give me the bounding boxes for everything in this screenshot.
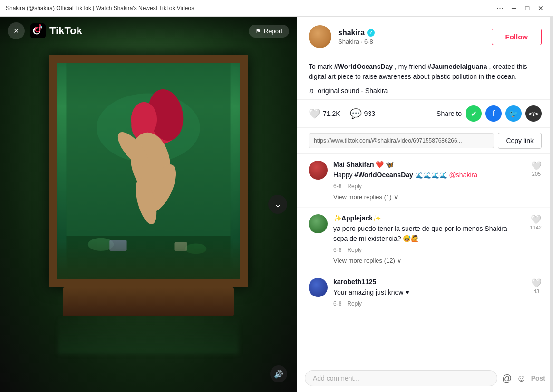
art-frame xyxy=(49,55,248,316)
comment-username[interactable]: karobeth1125 xyxy=(333,278,522,286)
comment-item: ✨Applejack✨ ya pero puedo tener la suert… xyxy=(297,208,553,271)
tiktok-header: × TikTok ⚑ Report xyxy=(0,17,297,45)
share-twitter-button[interactable]: 🐦 xyxy=(505,105,522,122)
verified-badge: ✓ xyxy=(367,29,375,37)
comment-reply-link[interactable]: Reply xyxy=(347,247,362,253)
report-button[interactable]: ⚑ Report xyxy=(249,25,289,38)
comment-hashtag[interactable]: #WorldOceansDay xyxy=(354,171,413,179)
comment-item: Mai Shakifan ❤️ 🦋 Happy #WorldOceansDay … xyxy=(297,154,553,208)
comment-input[interactable] xyxy=(305,370,497,386)
heart-icon: 🤍 xyxy=(309,108,320,119)
mention-shakira[interactable]: @shakira xyxy=(449,171,477,179)
close-button[interactable]: ✕ xyxy=(534,1,547,15)
comment-heart-icon[interactable]: 🤍 xyxy=(531,161,542,171)
more-options-button[interactable]: ··· xyxy=(496,3,504,13)
share-facebook-button[interactable]: f xyxy=(485,105,502,122)
comment-text: Happy #WorldOceansDay 🌊🌊🌊🌊 @shakira xyxy=(333,170,522,180)
comment-date: 6-8 xyxy=(333,247,341,253)
flag-icon: ⚑ xyxy=(255,28,261,35)
hashtag-jaume[interactable]: #JaumedelaIguana xyxy=(427,63,487,70)
profile-meta: Shakira · 6-8 xyxy=(338,38,492,45)
share-to-label: Share to xyxy=(437,110,462,117)
video-panel: × TikTok ⚑ Report @shakira xyxy=(0,17,297,392)
comment-button[interactable]: 💬 933 xyxy=(350,108,375,119)
svg-rect-0 xyxy=(30,23,46,38)
comment-icon: 💬 xyxy=(350,108,362,119)
browser-title: Shakira (@shakira) Official TikTok | Wat… xyxy=(6,5,496,11)
comment-username[interactable]: ✨Applejack✨ xyxy=(333,214,521,222)
wooden-frame xyxy=(49,55,248,287)
scroll-down-button[interactable]: ⌄ xyxy=(268,195,287,214)
view-replies-button[interactable]: View more replies (12) ∨ xyxy=(333,257,521,264)
link-input[interactable] xyxy=(309,133,494,148)
username-text[interactable]: shakira xyxy=(338,29,365,37)
caption-text-2: , my friend xyxy=(393,63,427,70)
comment-meta: 6-8 Reply xyxy=(333,183,522,190)
comment-avatar-applejack[interactable] xyxy=(309,214,328,233)
comment-like-count: 1142 xyxy=(530,225,542,230)
tiktok-logo-icon xyxy=(30,23,46,38)
chevron-down-icon: ⌄ xyxy=(274,199,281,210)
comment-avatar-mai[interactable] xyxy=(309,161,328,180)
comment-heart-icon[interactable]: 🤍 xyxy=(531,278,542,288)
comment-meta: 6-8 Reply xyxy=(333,300,522,307)
copy-link-button[interactable]: Copy link xyxy=(498,133,542,149)
view-replies-label: View more replies (1) xyxy=(333,193,392,201)
tiktok-brand-name: TikTok xyxy=(49,25,82,37)
music-label: original sound - Shakira xyxy=(318,87,388,95)
maximize-button[interactable]: □ xyxy=(521,1,534,15)
comment-username[interactable]: Mai Shakifan ❤️ 🦋 xyxy=(333,161,522,168)
sound-button[interactable]: 🔊 xyxy=(270,365,287,382)
music-note-icon: ♫ xyxy=(309,86,314,95)
follow-button[interactable]: Follow xyxy=(492,29,542,45)
profile-header: shakira ✓ Shakira · 6-8 Follow xyxy=(297,17,553,55)
at-icon-button[interactable]: @ xyxy=(502,373,512,384)
comment-reply-link[interactable]: Reply xyxy=(347,183,362,190)
embed-icon: </> xyxy=(529,110,538,117)
emoji-icon-button[interactable]: ☺ xyxy=(516,373,526,384)
right-panel: shakira ✓ Shakira · 6-8 Follow To mark #… xyxy=(297,17,553,392)
like-button[interactable]: 🤍 71.2K xyxy=(309,108,340,119)
profile-name: shakira ✓ xyxy=(338,29,492,37)
view-replies-label: View more replies (12) xyxy=(333,257,395,264)
whatsapp-icon: ✔ xyxy=(471,109,477,118)
like-count: 71.2K xyxy=(323,110,340,117)
comment-avatar-karobeth[interactable] xyxy=(309,278,328,297)
comment-heart-icon[interactable]: 🤍 xyxy=(531,214,541,225)
tank-stand xyxy=(63,287,234,316)
music-line[interactable]: ♫ original sound - Shakira xyxy=(309,86,542,95)
comment-item: karobeth1125 Your amazing just know ♥ 6-… xyxy=(297,271,553,314)
comment-body: karobeth1125 Your amazing just know ♥ 6-… xyxy=(333,278,522,307)
comment-body: ✨Applejack✨ ya pero puedo tener la suert… xyxy=(333,214,521,264)
comment-like: 🤍 1142 xyxy=(530,214,542,264)
title-bar: Shakira (@shakira) Official TikTok | Wat… xyxy=(0,0,553,17)
twitter-icon: 🐦 xyxy=(509,109,518,118)
svg-point-5 xyxy=(131,102,157,137)
comment-like: 🤍 43 xyxy=(531,278,542,307)
comment-date: 6-8 xyxy=(333,183,341,190)
comment-meta: 6-8 Reply xyxy=(333,247,521,253)
tank-debris xyxy=(57,241,240,279)
post-comment-button[interactable]: Post xyxy=(531,374,545,382)
view-replies-button[interactable]: View more replies (1) ∨ xyxy=(333,193,522,201)
comment-like: 🤍 205 xyxy=(531,161,542,201)
avatar-image xyxy=(309,25,331,48)
tiktok-logo: TikTok xyxy=(30,23,249,38)
tank-reflection xyxy=(58,316,239,354)
comments-section: Mai Shakifan ❤️ 🦋 Happy #WorldOceansDay … xyxy=(297,154,553,364)
report-label: Report xyxy=(264,28,282,35)
comment-reply-link[interactable]: Reply xyxy=(347,300,362,307)
comment-like-count: 43 xyxy=(534,288,539,294)
minimize-button[interactable]: ─ xyxy=(507,1,521,15)
video-close-button[interactable]: × xyxy=(8,22,25,39)
hashtag-worldoceans[interactable]: #WorldOceansDay xyxy=(334,63,393,70)
share-embed-button[interactable]: </> xyxy=(525,105,542,122)
comment-body: Mai Shakifan ❤️ 🦋 Happy #WorldOceansDay … xyxy=(333,161,522,201)
caption-text-1: To mark xyxy=(309,63,334,70)
share-whatsapp-button[interactable]: ✔ xyxy=(466,105,482,122)
caption-text: To mark #WorldOceansDay , my friend #Jau… xyxy=(309,62,542,82)
avatar[interactable] xyxy=(309,25,331,48)
sound-icon: 🔊 xyxy=(274,370,283,379)
comment-count: 933 xyxy=(364,110,375,117)
caption-section: To mark #WorldOceansDay , my friend #Jau… xyxy=(297,55,553,100)
